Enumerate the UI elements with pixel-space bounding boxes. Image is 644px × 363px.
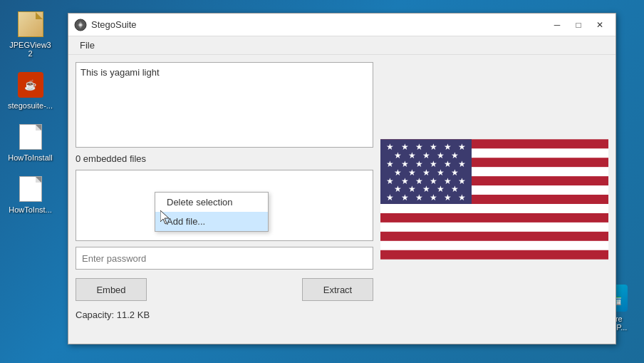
- desktop-icon-label-how1: HowToInstall: [8, 153, 52, 162]
- right-panel: ★ ★ ★ ★ ★ ★ ★ ★ ★ ★ ★ ★ ★: [380, 62, 608, 337]
- embed-button[interactable]: Embed: [76, 278, 147, 301]
- embedded-files-label: 0 embedded files: [76, 153, 373, 164]
- doc-icon2: [19, 176, 42, 202]
- app-icon: [74, 19, 87, 31]
- svg-text:★: ★: [444, 193, 452, 202]
- message-textarea[interactable]: This is yagami light: [76, 62, 373, 148]
- minimize-button[interactable]: ─: [547, 17, 567, 33]
- svg-text:★: ★: [401, 193, 409, 202]
- desktop-icon-label: JPEGView32: [8, 41, 53, 58]
- java-icon: ☕: [18, 72, 43, 98]
- window-controls: ─ □ ✕: [547, 17, 610, 33]
- desktop-icon-label-stego: stegosuite-...: [8, 101, 53, 110]
- svg-text:★: ★: [386, 193, 394, 202]
- us-flag-container: ★ ★ ★ ★ ★ ★ ★ ★ ★ ★ ★ ★ ★: [380, 62, 608, 337]
- desktop-icon-stegosuite[interactable]: ☕ stegosuite-...: [5, 68, 56, 113]
- file-list-area[interactable]: Delete selection Add file...: [76, 170, 373, 241]
- stegosuite-window: StegoSuite ─ □ ✕ File This is yagami lig…: [68, 13, 616, 344]
- maximize-button[interactable]: □: [568, 17, 588, 33]
- svg-text:★: ★: [415, 193, 423, 202]
- menu-file[interactable]: File: [74, 39, 100, 52]
- capacity-label: Capacity: 11.2 KB: [76, 310, 373, 320]
- jpeg-icon: [16, 10, 45, 39]
- context-menu-delete[interactable]: Delete selection: [155, 193, 268, 212]
- extract-button[interactable]: Extract: [302, 278, 373, 301]
- doc-icon-wrapper1: [16, 123, 45, 151]
- password-input[interactable]: [76, 247, 373, 270]
- desktop-icon-howtoinstall1[interactable]: HowToInstall: [5, 120, 56, 165]
- window-content: This is yagami light 0 embedded files De…: [68, 55, 616, 344]
- desktop-icon-howtoinst2[interactable]: HowToInst...: [5, 172, 56, 217]
- svg-text:★: ★: [458, 176, 466, 185]
- left-panel: This is yagami light 0 embedded files De…: [76, 62, 373, 337]
- us-flag: ★ ★ ★ ★ ★ ★ ★ ★ ★ ★ ★ ★ ★: [380, 62, 608, 337]
- close-button[interactable]: ✕: [590, 17, 610, 33]
- svg-text:★: ★: [430, 193, 437, 202]
- title-bar: StegoSuite ─ □ ✕: [68, 14, 616, 36]
- menu-bar: File: [68, 36, 616, 55]
- desktop-icon-label-how2: HowToInst...: [9, 205, 52, 214]
- buttons-row: Embed Extract: [76, 278, 373, 301]
- svg-point-1: [79, 24, 82, 26]
- svg-text:★: ★: [458, 142, 466, 151]
- window-title: StegoSuite: [91, 19, 547, 30]
- svg-text:★: ★: [458, 159, 466, 168]
- svg-rect-7: [380, 204, 608, 213]
- context-menu: Delete selection Add file...: [155, 192, 269, 232]
- java-icon-wrapper: ☕: [16, 71, 45, 99]
- desktop-icons-left: JPEGView32 ☕ stegosuite-... HowToInstall…: [0, 0, 61, 363]
- doc-icon1: [19, 124, 42, 150]
- desktop-icon-jpegview[interactable]: JPEGView32: [5, 7, 56, 61]
- doc-icon-wrapper2: [16, 175, 45, 203]
- context-menu-add-file[interactable]: Add file...: [155, 212, 268, 231]
- svg-text:★: ★: [458, 193, 466, 202]
- svg-rect-8: [380, 223, 608, 232]
- desktop: JPEGView32 ☕ stegosuite-... HowToInstall…: [0, 0, 644, 363]
- svg-rect-9: [380, 241, 608, 250]
